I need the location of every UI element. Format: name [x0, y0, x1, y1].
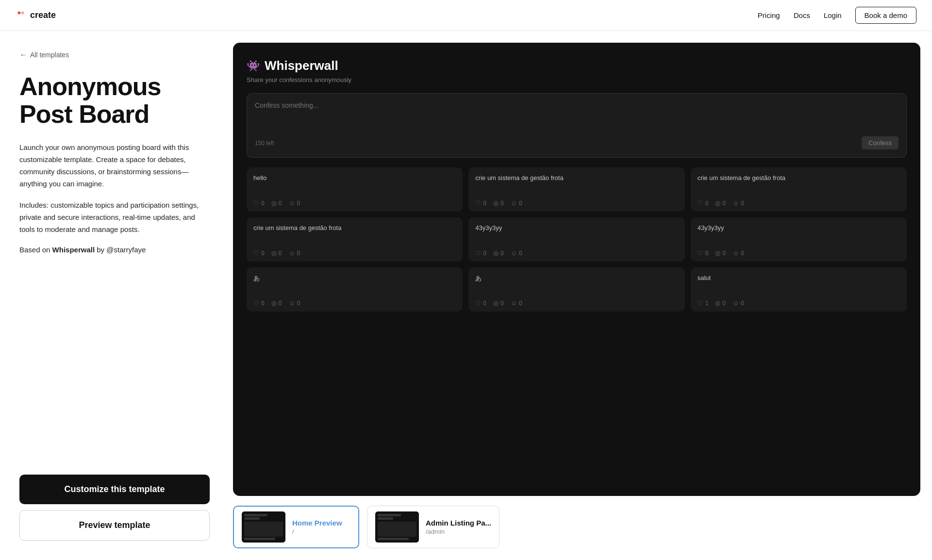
post-text: crie um sistema de gestão frota [698, 174, 900, 192]
confession-footer: 150 left Confess [255, 136, 899, 149]
reaction-icon: ☺ [288, 249, 295, 257]
post-card: あ ♡ 0 ◎ 0 ☺ 0 [247, 267, 463, 312]
likes-count: 0 [705, 200, 709, 207]
post-text: 43y3y3yy [698, 224, 900, 242]
post-likes[interactable]: ♡ 0 [253, 249, 265, 257]
reaction-icon: ☺ [511, 249, 517, 257]
post-likes[interactable]: ♡ 0 [475, 299, 486, 307]
tab-info-home: Home Preview / [292, 519, 342, 535]
post-reactions[interactable]: ☺ 0 [732, 199, 744, 207]
post-actions: ♡ 0 ◎ 0 ☺ 0 [698, 249, 900, 257]
post-comments[interactable]: ◎ 0 [493, 199, 504, 207]
tab-path-admin: /admin [426, 528, 491, 535]
comment-icon: ◎ [271, 299, 277, 307]
reactions-count: 0 [741, 300, 744, 307]
post-likes[interactable]: ♡ 0 [475, 199, 486, 207]
post-comments[interactable]: ◎ 0 [715, 249, 726, 257]
customize-template-button[interactable]: Customize this template [19, 475, 210, 504]
tab-thumbnail-admin [375, 511, 419, 543]
post-reactions[interactable]: ☺ 0 [511, 299, 522, 307]
comment-icon: ◎ [493, 199, 499, 207]
post-comments[interactable]: ◎ 0 [493, 299, 504, 307]
app-header: 👾 Whisperwall [247, 58, 907, 73]
post-text: hello [253, 174, 456, 192]
back-label: All templates [30, 51, 69, 59]
comment-icon: ◎ [493, 299, 499, 307]
comments-count: 0 [722, 250, 726, 257]
template-includes: Includes: customizable topics and partic… [19, 199, 210, 235]
preview-template-button[interactable]: Preview template [19, 510, 210, 541]
template-based-on: Based on Whisperwall by @starryfaye [19, 246, 210, 254]
heart-icon: ♡ [475, 299, 481, 307]
post-grid: hello ♡ 0 ◎ 0 ☺ 0 crie um sistema de ges… [247, 167, 907, 312]
post-comments[interactable]: ◎ 0 [493, 249, 504, 257]
reaction-icon: ☺ [288, 199, 295, 207]
post-text: あ [475, 274, 678, 292]
reactions-count: 0 [297, 200, 300, 207]
page-tab-admin[interactable]: Admin Listing Pa... /admin [367, 506, 499, 548]
reactions-count: 0 [519, 300, 522, 307]
comments-count: 0 [722, 200, 726, 207]
post-likes[interactable]: ♡ 0 [698, 199, 709, 207]
post-reactions[interactable]: ☺ 0 [288, 249, 300, 257]
nav-pricing[interactable]: Pricing [758, 11, 780, 19]
app-logo-icon: 👾 [247, 60, 260, 72]
comments-count: 0 [279, 200, 282, 207]
reaction-icon: ☺ [732, 249, 739, 257]
comments-count: 0 [500, 200, 504, 207]
app-subtitle: Share your confessions anonymously [247, 76, 907, 83]
post-reactions[interactable]: ☺ 0 [732, 249, 744, 257]
reaction-icon: ☺ [732, 199, 739, 207]
post-likes[interactable]: ♡ 0 [253, 299, 265, 307]
page-tab-home[interactable]: Home Preview / [233, 506, 359, 548]
post-actions: ♡ 0 ◎ 0 ☺ 0 [475, 249, 678, 257]
logo[interactable]: create [16, 10, 56, 21]
likes-count: 0 [261, 250, 265, 257]
based-on-suffix: by @starryfaye [95, 246, 146, 254]
based-on-prefix: Based on [19, 246, 52, 254]
back-link[interactable]: ← All templates [19, 50, 210, 59]
post-reactions[interactable]: ☺ 0 [732, 299, 744, 307]
reactions-count: 0 [519, 250, 522, 257]
likes-count: 0 [261, 300, 265, 307]
post-likes[interactable]: ♡ 1 [698, 299, 709, 307]
heart-icon: ♡ [475, 199, 481, 207]
heart-icon: ♡ [253, 249, 259, 257]
confess-button[interactable]: Confess [862, 136, 899, 149]
nav-docs[interactable]: Docs [794, 11, 810, 19]
post-comments[interactable]: ◎ 0 [271, 199, 282, 207]
post-reactions[interactable]: ☺ 0 [288, 299, 300, 307]
confession-textarea[interactable] [255, 101, 899, 131]
page-title: Anonymous Post Board [19, 73, 210, 128]
heart-icon: ♡ [698, 249, 703, 257]
heart-icon: ♡ [698, 199, 703, 207]
post-card: あ ♡ 0 ◎ 0 ☺ 0 [468, 267, 684, 312]
app-preview: 👾 Whisperwall Share your confessions ano… [233, 43, 920, 496]
post-reactions[interactable]: ☺ 0 [288, 199, 300, 207]
reactions-count: 0 [297, 300, 300, 307]
post-reactions[interactable]: ☺ 0 [511, 199, 522, 207]
comment-icon: ◎ [271, 249, 277, 257]
reaction-icon: ☺ [511, 199, 517, 207]
post-card: crie um sistema de gestão frota ♡ 0 ◎ 0 … [691, 167, 907, 212]
post-comments[interactable]: ◎ 0 [271, 299, 282, 307]
char-count: 150 left [255, 140, 274, 147]
post-comments[interactable]: ◎ 0 [715, 199, 726, 207]
post-likes[interactable]: ♡ 0 [475, 249, 486, 257]
book-demo-button[interactable]: Book a demo [855, 7, 916, 24]
logo-text: create [30, 10, 56, 20]
likes-count: 0 [483, 250, 486, 257]
post-likes[interactable]: ♡ 0 [253, 199, 265, 207]
post-reactions[interactable]: ☺ 0 [511, 249, 522, 257]
comment-icon: ◎ [715, 299, 720, 307]
likes-count: 0 [483, 200, 486, 207]
post-likes[interactable]: ♡ 0 [698, 249, 709, 257]
post-comments[interactable]: ◎ 0 [271, 249, 282, 257]
nav-login[interactable]: Login [824, 11, 842, 19]
right-panel: 👾 Whisperwall Share your confessions ano… [233, 31, 932, 560]
post-card: crie um sistema de gestão frota ♡ 0 ◎ 0 … [468, 167, 684, 212]
post-comments[interactable]: ◎ 0 [715, 299, 726, 307]
post-card: hello ♡ 0 ◎ 0 ☺ 0 [247, 167, 463, 212]
post-actions: ♡ 0 ◎ 0 ☺ 0 [253, 249, 456, 257]
reaction-icon: ☺ [288, 299, 295, 307]
